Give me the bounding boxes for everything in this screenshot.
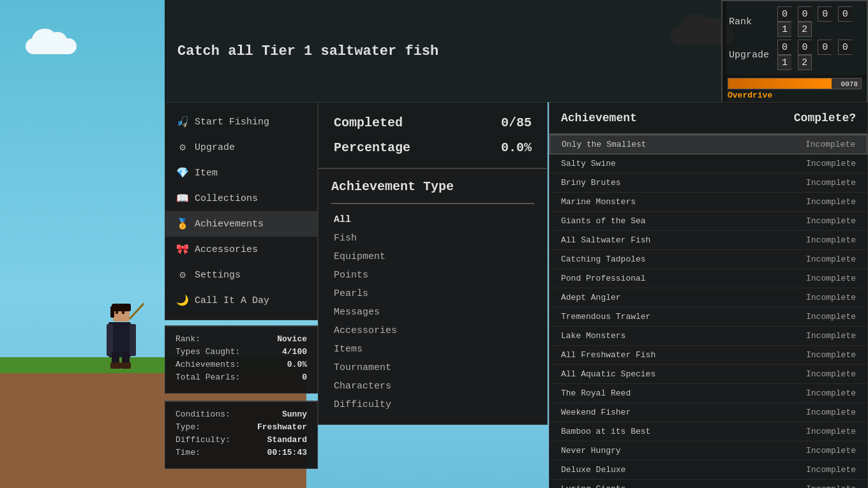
menu-item-upgrade[interactable]: ⚙ Upgrade	[165, 135, 317, 160]
achievements-list[interactable]: Only the Smallest Incomplete Salty Swine…	[550, 135, 867, 488]
ach-row-0[interactable]: Only the Smallest Incomplete	[550, 135, 867, 154]
ach-status-7: Incomplete	[806, 274, 856, 283]
menu-item-item[interactable]: 💎 Item	[165, 160, 317, 186]
upgrade-digits: 0 0 0 0 1 2	[777, 40, 860, 70]
menu-item-accessories[interactable]: 🎀 Accessories	[165, 237, 317, 262]
achievements-panel: Achievement Complete? Only the Smallest …	[549, 102, 868, 488]
ach-row-4[interactable]: Giants of the Sea Incomplete	[550, 212, 867, 231]
svg-rect-10	[110, 362, 121, 369]
completed-label: Completed	[334, 115, 403, 130]
ach-status-6: Incomplete	[806, 255, 856, 264]
hud-panel: Rank 0 0 0 0 1 2 Upgrade 0 0 0 0 1 2	[721, 0, 868, 79]
ach-name-3: Marine Monsters	[561, 197, 636, 207]
type-scroll-area[interactable]: All Fish Equipment Points Pearls Message…	[331, 211, 534, 414]
type-item-fish[interactable]: Fish	[331, 229, 534, 248]
rank-digit-3: 0	[818, 6, 832, 22]
ach-row-2[interactable]: Briny Brutes Incomplete	[550, 174, 867, 193]
conditions-panel: Conditions: Sunny Type: Freshwater Diffi…	[165, 401, 318, 469]
type-item-messages[interactable]: Messages	[331, 303, 534, 322]
rank-digit-4: 0	[838, 6, 852, 22]
ach-row-16[interactable]: Never Hungry Incomplete	[550, 441, 867, 461]
stat-pearls-value: 0	[302, 373, 307, 382]
ach-row-15[interactable]: Bamboo at its Best Incomplete	[550, 422, 867, 441]
type-divider	[331, 203, 534, 204]
ach-row-9[interactable]: Tremendous Trawler Incomplete	[550, 307, 867, 327]
type-item-all[interactable]: All	[331, 211, 534, 229]
ach-status-3: Incomplete	[806, 197, 856, 207]
type-item-tournament[interactable]: Tournament	[331, 359, 534, 377]
svg-rect-7	[130, 324, 136, 356]
rank-digit-5: 1	[777, 22, 791, 37]
collections-icon: 📖	[176, 191, 190, 205]
ach-row-13[interactable]: The Royal Reed Incomplete	[550, 384, 867, 403]
type-title: Achievement Type	[331, 179, 534, 194]
achievements-header: Achievement Complete?	[550, 103, 867, 135]
call-day-icon: 🌙	[176, 293, 190, 307]
middle-panel: Completed 0/85 Percentage 0.0% Achieveme…	[318, 102, 548, 425]
menu-item-call-it-a-day[interactable]: 🌙 Call It A Day	[165, 288, 317, 313]
cond-time-label: Time:	[176, 448, 200, 457]
type-item-items[interactable]: Items	[331, 340, 534, 359]
menu-label-item: Item	[195, 168, 218, 179]
ach-row-8[interactable]: Adept Angler Incomplete	[550, 288, 867, 307]
menu-item-collections[interactable]: 📖 Collections	[165, 186, 317, 211]
ach-row-1[interactable]: Salty Swine Incomplete	[550, 154, 867, 174]
upgrade-digit-4: 0	[838, 40, 852, 55]
type-item-pearls[interactable]: Pearls	[331, 285, 534, 303]
ach-row-7[interactable]: Pond Professional Incomplete	[550, 269, 867, 288]
ach-status-8: Incomplete	[806, 293, 856, 302]
rank-digit-6: 2	[798, 22, 812, 37]
ach-name-17: Deluxe Deluxe	[561, 465, 625, 475]
type-item-characters[interactable]: Characters	[331, 377, 534, 396]
ach-status-2: Incomplete	[806, 178, 856, 188]
ach-row-3[interactable]: Marine Monsters Incomplete	[550, 193, 867, 212]
ach-row-12[interactable]: All Aquatic Species Incomplete	[550, 365, 867, 384]
ach-row-18[interactable]: Luring Giants Incomplete	[550, 480, 867, 488]
menu-item-start-fishing[interactable]: 🎣 Start Fishing	[165, 109, 317, 135]
ach-header-complete: Complete?	[794, 112, 856, 124]
ach-status-0: Incomplete	[805, 140, 855, 149]
menu-label-collections: Collections	[195, 193, 258, 204]
type-item-points[interactable]: Points	[331, 266, 534, 285]
stat-rank-label: Rank:	[176, 334, 200, 344]
menu-item-achievements[interactable]: 🏅 Achievements	[165, 211, 317, 237]
ach-name-9: Tremendous Trawler	[561, 312, 650, 322]
cond-time: Time: 00:15:43	[176, 448, 307, 457]
type-item-equipment[interactable]: Equipment	[331, 248, 534, 266]
ach-name-15: Bamboo at its Best	[561, 427, 650, 436]
svg-line-12	[130, 300, 144, 319]
stat-achievements: Achievements: 0.0%	[176, 360, 307, 369]
overdrive-fill	[728, 78, 832, 89]
ach-row-14[interactable]: Weekend Fisher Incomplete	[550, 403, 867, 422]
ach-name-7: Pond Professional	[561, 274, 646, 283]
ach-row-11[interactable]: All Freshwater Fish Incomplete	[550, 346, 867, 365]
ach-status-17: Incomplete	[806, 465, 856, 475]
type-item-difficulty[interactable]: Difficulty	[331, 396, 534, 414]
cond-difficulty: Difficulty: Standard	[176, 435, 307, 445]
menu-label-upgrade: Upgrade	[195, 142, 235, 153]
upgrade-label: Upgrade	[729, 50, 774, 61]
percentage-row: Percentage 0.0%	[334, 140, 532, 155]
svg-rect-3	[110, 306, 114, 318]
cond-time-value: 00:15:43	[267, 448, 307, 457]
top-banner: Catch all Tier 1 saltwater fish	[165, 0, 726, 102]
ach-name-11: All Freshwater Fish	[561, 350, 655, 360]
ach-row-10[interactable]: Lake Monsters Incomplete	[550, 327, 867, 346]
cond-label: Conditions:	[176, 410, 230, 419]
ach-name-1: Salty Swine	[561, 159, 616, 168]
cond-type-value: Freshwater	[257, 422, 307, 432]
ach-row-5[interactable]: All Saltwater Fish Incomplete	[550, 231, 867, 250]
accessories-icon: 🎀	[176, 242, 190, 256]
type-item-accessories[interactable]: Accessories	[331, 322, 534, 340]
ach-status-13: Incomplete	[806, 388, 856, 398]
ach-name-0: Only the Smallest	[562, 140, 647, 149]
rank-row: Rank 0 0 0 0 1 2	[729, 6, 860, 37]
ach-row-17[interactable]: Deluxe Deluxe Incomplete	[550, 461, 867, 480]
ach-row-6[interactable]: Catching Tadpoles Incomplete	[550, 250, 867, 269]
type-section: Achievement Type All Fish Equipment Poin…	[318, 169, 547, 424]
menu-item-settings[interactable]: ⚙ Settings	[165, 262, 317, 288]
ach-name-5: All Saltwater Fish	[561, 235, 650, 245]
overdrive-container: 0078 Overdrive	[721, 75, 868, 104]
rank-label: Rank	[729, 17, 774, 27]
ach-status-4: Incomplete	[806, 216, 856, 226]
